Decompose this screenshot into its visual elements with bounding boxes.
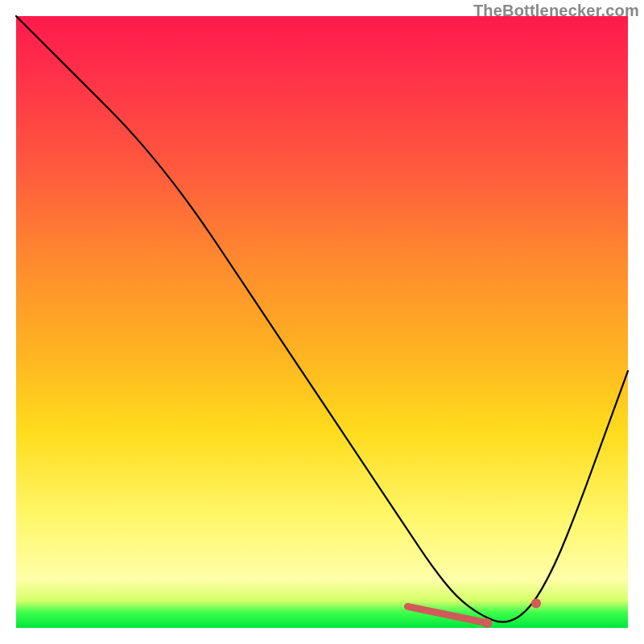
- highlight-segment-end-dot: [482, 618, 492, 628]
- chart-container: TheBottlenecker.com: [0, 0, 644, 644]
- plot-area: [16, 16, 628, 628]
- attribution-label: TheBottlenecker.com: [473, 2, 639, 20]
- highlight-segment: [407, 606, 487, 623]
- curve-layer: [16, 16, 628, 628]
- bottleneck-curve: [16, 16, 628, 622]
- highlight-loose-dot: [531, 599, 541, 609]
